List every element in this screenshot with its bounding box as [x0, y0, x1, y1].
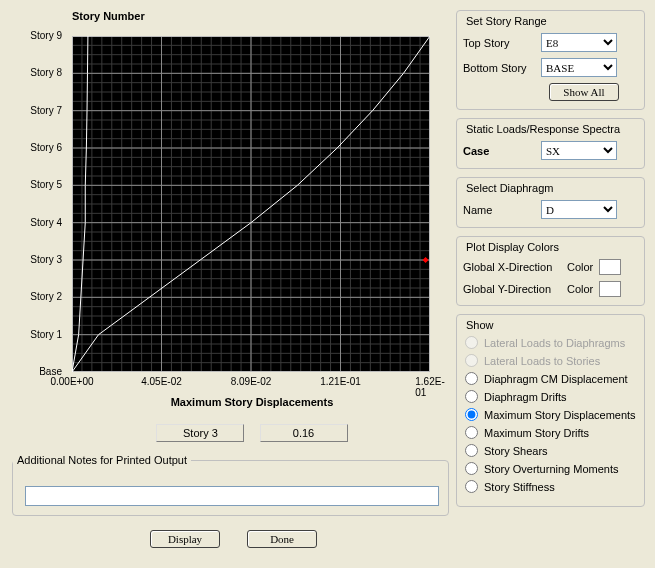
show-label-4: Maximum Story Displacements	[484, 409, 636, 421]
show-radio-8[interactable]	[465, 480, 478, 493]
bottom-story-label: Bottom Story	[463, 62, 541, 74]
show-option-7[interactable]: Story Overturning Moments	[463, 462, 638, 475]
show-radio-1	[465, 354, 478, 367]
chart-title: Story Number	[72, 10, 442, 22]
show-radio-5[interactable]	[465, 426, 478, 439]
chart-panel: Story Number BaseStory 1Story 2Story 3St…	[12, 10, 442, 450]
plot-colors-group: Plot Display Colors Global X-Direction C…	[456, 236, 645, 306]
show-option-0: Lateral Loads to Diaphragms	[463, 336, 638, 349]
show-option-5[interactable]: Maximum Story Drifts	[463, 426, 638, 439]
show-label-2: Diaphragm CM Displacement	[484, 373, 628, 385]
show-label-5: Maximum Story Drifts	[484, 427, 589, 439]
diaphragm-legend: Select Diaphragm	[463, 182, 556, 194]
top-story-label: Top Story	[463, 37, 541, 49]
show-label-1: Lateral Loads to Stories	[484, 355, 600, 367]
show-option-6[interactable]: Story Shears	[463, 444, 638, 457]
readout-story: Story 3	[156, 424, 244, 442]
show-radio-3[interactable]	[465, 390, 478, 403]
global-x-color-label: Color	[567, 261, 593, 273]
global-x-label: Global X-Direction	[463, 261, 567, 273]
bottom-story-select[interactable]: BASE	[541, 58, 617, 77]
show-label-0: Lateral Loads to Diaphragms	[484, 337, 625, 349]
show-option-4[interactable]: Maximum Story Displacements	[463, 408, 638, 421]
case-label: Case	[463, 145, 541, 157]
show-label-3: Diaphragm Drifts	[484, 391, 567, 403]
show-group: Show Lateral Loads to DiaphragmsLateral …	[456, 314, 645, 507]
done-button[interactable]: Done	[247, 530, 317, 548]
show-option-8[interactable]: Story Stiffness	[463, 480, 638, 493]
story-range-legend: Set Story Range	[463, 15, 550, 27]
diaphragm-group: Select Diaphragm Name D	[456, 177, 645, 228]
load-case-legend: Static Loads/Response Spectra	[463, 123, 623, 135]
load-case-group: Static Loads/Response Spectra Case SX	[456, 118, 645, 169]
plot-colors-legend: Plot Display Colors	[463, 241, 562, 253]
plot-area[interactable]	[72, 36, 430, 372]
show-label-6: Story Shears	[484, 445, 548, 457]
diaphragm-name-label: Name	[463, 204, 541, 216]
show-radio-4[interactable]	[465, 408, 478, 421]
x-axis-title: Maximum Story Displacements	[72, 396, 432, 408]
display-button[interactable]: Display	[150, 530, 220, 548]
cursor-readout: Story 3 0.16	[72, 424, 432, 442]
story-range-group: Set Story Range Top Story E8 Bottom Stor…	[456, 10, 645, 110]
show-legend: Show	[463, 319, 497, 331]
show-all-button[interactable]: Show All	[549, 83, 619, 101]
diaphragm-select[interactable]: D	[541, 200, 617, 219]
show-label-8: Story Stiffness	[484, 481, 555, 493]
y-axis-labels: BaseStory 1Story 2Story 3Story 4Story 5S…	[12, 36, 68, 372]
global-y-color-swatch[interactable]	[599, 281, 621, 297]
show-radio-2[interactable]	[465, 372, 478, 385]
show-option-2[interactable]: Diaphragm CM Displacement	[463, 372, 638, 385]
global-y-color-label: Color	[567, 283, 593, 295]
show-label-7: Story Overturning Moments	[484, 463, 619, 475]
case-select[interactable]: SX	[541, 141, 617, 160]
show-option-3[interactable]: Diaphragm Drifts	[463, 390, 638, 403]
show-radio-6[interactable]	[465, 444, 478, 457]
top-story-select[interactable]: E8	[541, 33, 617, 52]
show-radio-7[interactable]	[465, 462, 478, 475]
global-x-color-swatch[interactable]	[599, 259, 621, 275]
show-radio-0	[465, 336, 478, 349]
notes-group: Additional Notes for Printed Output	[12, 454, 449, 516]
global-y-label: Global Y-Direction	[463, 283, 567, 295]
notes-input[interactable]	[25, 486, 439, 506]
readout-value: 0.16	[260, 424, 348, 442]
notes-legend: Additional Notes for Printed Output	[13, 454, 191, 466]
x-axis-labels: 0.00E+004.05E-028.09E-021.21E-011.62E-01	[72, 376, 432, 390]
show-option-1: Lateral Loads to Stories	[463, 354, 638, 367]
